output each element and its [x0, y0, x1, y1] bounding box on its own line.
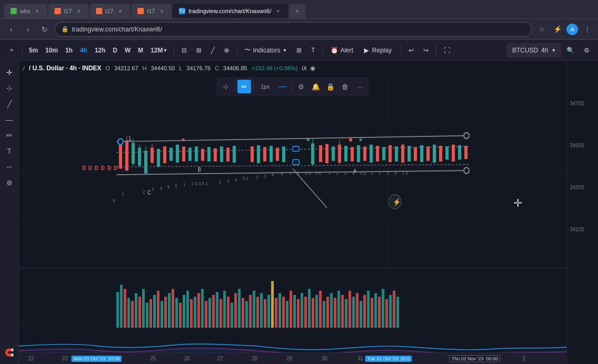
- text-tool[interactable]: T: [2, 144, 17, 158]
- dt-more[interactable]: ···: [353, 80, 367, 93]
- tab-close[interactable]: ×: [75, 7, 82, 15]
- tab-t17-2[interactable]: t17 ×: [90, 4, 130, 18]
- alert-label: Alert: [340, 47, 354, 54]
- timeframe-10m[interactable]: 10m: [42, 43, 61, 58]
- svg-text:3: 3: [387, 170, 389, 176]
- svg-rect-93: [251, 146, 254, 162]
- timeframe-m[interactable]: M: [135, 43, 146, 58]
- replay-button[interactable]: ▶ Replay: [358, 43, 397, 58]
- close-label: C: [215, 65, 219, 71]
- settings-button[interactable]: ⚙: [580, 43, 594, 58]
- compare-button[interactable]: ⊞: [192, 43, 206, 58]
- fullscreen-button[interactable]: ⛶: [440, 43, 454, 58]
- dt-color[interactable]: —: [276, 80, 290, 93]
- refresh-button[interactable]: ↻: [38, 23, 51, 36]
- bar-style-button[interactable]: ⊟: [177, 43, 191, 58]
- chart-canvas[interactable]: ★ ★ ★ 1 D D D: [19, 76, 567, 364]
- toolbar-separator-6: [436, 45, 436, 56]
- svg-rect-170: [257, 297, 259, 328]
- crosshair-tool[interactable]: ⊹: [2, 81, 17, 95]
- dt-pen[interactable]: ✏: [238, 80, 251, 93]
- add-chart-button[interactable]: ＋: [4, 43, 19, 58]
- line-tool-button[interactable]: ╱: [207, 43, 219, 58]
- pen-tool[interactable]: ✏: [2, 128, 17, 143]
- profile-button[interactable]: A: [567, 24, 578, 35]
- toolbar-separator-3: [237, 45, 237, 56]
- svg-rect-157: [208, 298, 211, 328]
- svg-rect-161: [223, 291, 226, 328]
- svg-rect-162: [227, 297, 230, 328]
- timeframe-5m[interactable]: 5m: [26, 43, 41, 58]
- tab-t17-3[interactable]: t17 ×: [131, 4, 172, 18]
- dt-lock[interactable]: 🔒: [324, 80, 337, 93]
- svg-rect-195: [348, 291, 351, 328]
- forward-button[interactable]: ›: [21, 23, 35, 36]
- svg-text:1: 1: [129, 135, 132, 142]
- measure-tool[interactable]: ↔: [2, 159, 17, 174]
- timeframe-1h[interactable]: 1h: [62, 43, 76, 58]
- tab-close[interactable]: ×: [158, 7, 165, 15]
- cursor-tool[interactable]: ✛: [2, 65, 17, 80]
- dt-thickness[interactable]: 1px: [256, 80, 275, 93]
- svg-rect-135: [127, 298, 130, 328]
- bookmark-button[interactable]: ☆: [535, 23, 549, 36]
- svg-text:4: 4: [394, 170, 397, 176]
- svg-rect-132: [116, 292, 119, 328]
- timeframe-12h[interactable]: 12h: [91, 43, 109, 58]
- tab-new[interactable]: +: [289, 4, 305, 18]
- dt-trash[interactable]: 🗑: [338, 80, 352, 93]
- svg-rect-174: [271, 281, 274, 328]
- tab-close[interactable]: ×: [116, 7, 124, 15]
- layout-button[interactable]: ⊞: [292, 43, 306, 58]
- svg-rect-30: [176, 145, 179, 163]
- timeframe-d[interactable]: D: [110, 43, 121, 58]
- svg-text:6: 6: [175, 183, 177, 189]
- hide-icon[interactable]: ◉: [310, 65, 315, 72]
- svg-rect-32: [188, 148, 191, 161]
- timeframe-4h[interactable]: 4h: [77, 43, 90, 58]
- time-label-28: 28: [252, 356, 258, 361]
- svg-rect-156: [205, 301, 207, 328]
- dt-settings[interactable]: ⚙: [294, 80, 308, 93]
- zoom-tool[interactable]: ⊕: [2, 175, 17, 190]
- toolbar-separator-4: [323, 45, 323, 56]
- svg-rect-197: [356, 293, 358, 328]
- indicators-button[interactable]: 〜 Indicators ▼: [240, 43, 291, 58]
- more-tools-button[interactable]: ⊕: [220, 43, 233, 58]
- redo-button[interactable]: ↪: [419, 43, 433, 58]
- low-label: L: [179, 65, 182, 71]
- tab-t17-1[interactable]: t17 ×: [48, 4, 89, 18]
- extensions-button[interactable]: ⚡: [551, 23, 564, 36]
- search-button[interactable]: 🔍: [562, 43, 579, 58]
- svg-rect-110: [364, 146, 367, 161]
- svg-text:2: 2: [143, 189, 145, 195]
- text-button[interactable]: T: [307, 43, 319, 58]
- timeframe-12m[interactable]: 12M ▼: [147, 43, 170, 58]
- magnet-tool[interactable]: 🧲: [2, 345, 17, 360]
- svg-rect-130: [19, 268, 567, 328]
- svg-rect-155: [201, 289, 204, 328]
- svg-text:5 6: 5 6: [315, 170, 321, 176]
- tab-tradingview[interactable]: TV tradingview.com/chart/Knaxwri6/ ×: [173, 4, 288, 18]
- tab-favicon: [10, 8, 17, 14]
- address-bar[interactable]: 🔒 tradingview.com/chart/Knaxwri6/: [55, 22, 532, 37]
- horizontal-line-tool[interactable]: —: [2, 112, 17, 127]
- menu-button[interactable]: ⋮: [580, 23, 594, 36]
- tab-close[interactable]: ×: [274, 7, 282, 15]
- undo-button[interactable]: ↩: [404, 43, 418, 58]
- indicator-ix[interactable]: iX ◉: [302, 65, 315, 72]
- back-button[interactable]: ‹: [4, 23, 18, 36]
- tab-wbs[interactable]: wbs ×: [4, 4, 47, 18]
- tab-favicon: [96, 8, 102, 14]
- symbol-selector[interactable]: BTCUSD 4h ▼: [507, 43, 561, 58]
- dt-cursor[interactable]: ⊹: [219, 80, 233, 93]
- timeframe-w[interactable]: W: [122, 43, 134, 58]
- time-label-nov02: Thu 02 Nov '23 00:00: [449, 355, 500, 362]
- toolbar-separator-5: [401, 45, 401, 56]
- alert-button[interactable]: ⏰ Alert: [326, 43, 358, 58]
- dt-alert[interactable]: 🔔: [309, 80, 323, 93]
- svg-rect-98: [282, 146, 285, 162]
- tab-close[interactable]: ×: [34, 7, 41, 15]
- line-tool[interactable]: ╱: [2, 97, 17, 111]
- drawing-toolbar: ⊹ ✏ 1px — ⚙ 🔔 🔒 🗑 ···: [217, 78, 369, 95]
